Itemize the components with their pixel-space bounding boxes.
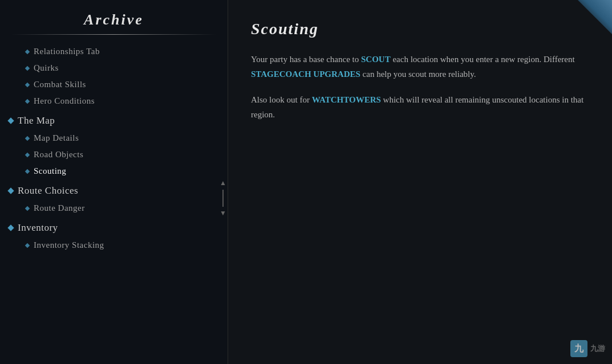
sidebar-item-road-objects[interactable]: Road Objects <box>6 146 222 163</box>
road-objects-label: Road Objects <box>34 150 83 159</box>
sidebar-item-inventory-stacking[interactable]: Inventory Stacking <box>6 237 222 253</box>
route-danger-label: Route Danger <box>34 203 85 213</box>
inventory-diamond-icon <box>7 224 14 231</box>
sidebar-item-relationships-tab[interactable]: Relationships Tab <box>6 43 222 60</box>
relationships-tab-diamond-icon <box>25 49 30 54</box>
logo-text: 九游 <box>590 343 605 354</box>
sidebar-item-inventory[interactable]: Inventory <box>6 219 222 237</box>
logo-watermark: 九 九游 <box>570 340 605 357</box>
logo-icon: 九 <box>570 340 587 357</box>
inventory-stacking-diamond-icon <box>25 243 30 247</box>
sidebar-nav: Relationships TabQuirksCombat SkillsHero… <box>0 43 228 353</box>
content-paragraph-0: Your party has a base chance to SCOUT ea… <box>251 52 589 81</box>
sidebar-item-route-choices[interactable]: Route Choices <box>6 182 222 200</box>
scouting-label: Scouting <box>34 166 66 176</box>
route-choices-label: Route Choices <box>18 185 78 197</box>
sidebar-divider <box>11 34 216 35</box>
quirks-label: Quirks <box>34 63 59 73</box>
main-content: Scouting Your party has a base chance to… <box>228 0 612 364</box>
inventory-label: Inventory <box>18 222 58 234</box>
combat-skills-label: Combat Skills <box>34 80 86 89</box>
highlight-0-1[interactable]: SCOUT <box>361 55 391 64</box>
sidebar-item-scouting[interactable]: Scouting <box>6 163 222 179</box>
hero-conditions-diamond-icon <box>25 99 30 103</box>
content-body: Your party has a base chance to SCOUT ea… <box>251 52 589 122</box>
sidebar-item-quirks[interactable]: Quirks <box>6 60 222 76</box>
sidebar-title: Archive <box>0 11 228 28</box>
map-details-diamond-icon <box>25 136 30 140</box>
sidebar-item-hero-conditions[interactable]: Hero Conditions <box>6 93 222 109</box>
sidebar-item-combat-skills[interactable]: Combat Skills <box>6 76 222 93</box>
route-danger-diamond-icon <box>25 206 30 210</box>
route-choices-diamond-icon <box>7 187 14 194</box>
road-objects-diamond-icon <box>25 152 30 157</box>
sidebar-item-route-danger[interactable]: Route Danger <box>6 200 222 216</box>
the-map-label: The Map <box>18 115 55 126</box>
content-paragraph-1: Also look out for WATCHTOWERS which will… <box>251 93 589 122</box>
combat-skills-diamond-icon <box>25 82 30 87</box>
the-map-diamond-icon <box>7 117 14 124</box>
scouting-diamond-icon <box>25 169 30 173</box>
hero-conditions-label: Hero Conditions <box>34 96 95 106</box>
sidebar-item-map-details[interactable]: Map Details <box>6 130 222 146</box>
content-title: Scouting <box>251 20 589 38</box>
sidebar-item-the-map[interactable]: The Map <box>6 112 222 130</box>
inventory-stacking-label: Inventory Stacking <box>34 240 104 250</box>
highlight-0-3[interactable]: STAGECOACH UPGRADES <box>251 69 360 79</box>
sidebar: Archive Relationships TabQuirksCombat Sk… <box>0 0 228 364</box>
highlight-1-1[interactable]: WATCHTOWERS <box>312 95 381 104</box>
map-details-label: Map Details <box>34 133 79 143</box>
relationships-tab-label: Relationships Tab <box>34 47 100 56</box>
quirks-diamond-icon <box>25 66 30 70</box>
scroll-indicator: ▲ ▼ <box>220 179 226 218</box>
